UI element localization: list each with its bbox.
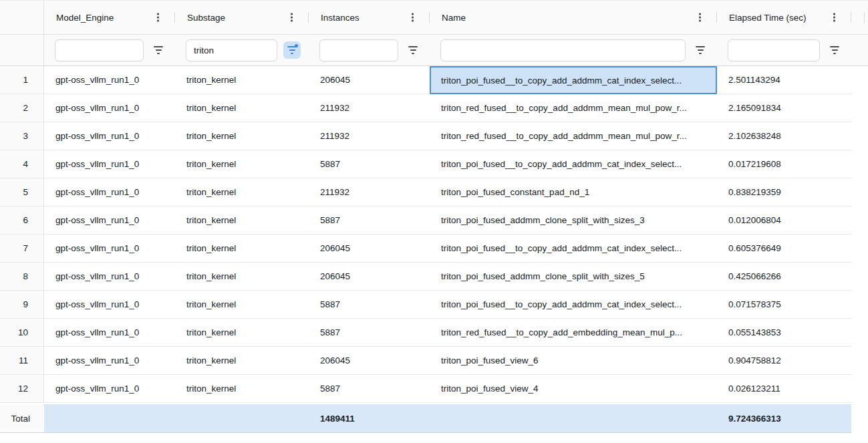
model-engine-cell[interactable]: gpt-oss_vllm_run1_0 xyxy=(44,263,175,291)
substage-cell[interactable]: triton_kernel xyxy=(175,347,309,375)
elapsed-time-cell[interactable]: 2.165091834 xyxy=(717,94,851,122)
substage-cell[interactable]: triton_kernel xyxy=(175,94,309,122)
substage-cell[interactable]: triton_kernel xyxy=(175,291,309,319)
row-gutter xyxy=(851,206,868,235)
elapsed-time-cell[interactable]: 0.026123211 xyxy=(717,375,851,403)
model-engine-cell[interactable]: gpt-oss_vllm_run1_0 xyxy=(44,94,175,122)
table-row[interactable]: 12 gpt-oss_vllm_run1_0 triton_kernel 588… xyxy=(0,375,868,403)
substage-cell[interactable]: triton_kernel xyxy=(175,178,309,206)
column-header-substage[interactable]: Substage xyxy=(175,1,309,34)
name-cell[interactable]: triton_red_fused__to_copy_add_embedding_… xyxy=(430,319,717,347)
elapsed-time-cell[interactable]: 0.605376649 xyxy=(717,235,851,263)
column-header-model-engine[interactable]: Model_Engine xyxy=(44,1,175,34)
table-row[interactable]: 7 gpt-oss_vllm_run1_0 triton_kernel 2060… xyxy=(0,235,868,263)
row-gutter xyxy=(851,66,868,94)
substage-cell[interactable]: triton_kernel xyxy=(175,206,309,235)
table-row[interactable]: 1 gpt-oss_vllm_run1_0 triton_kernel 2060… xyxy=(0,66,868,94)
column-header-elapsed-time[interactable]: Elapsed Time (sec) xyxy=(717,1,851,34)
instances-cell[interactable]: 5887 xyxy=(309,291,430,319)
substage-cell[interactable]: triton_kernel xyxy=(175,263,309,291)
model-engine-cell[interactable]: gpt-oss_vllm_run1_0 xyxy=(44,178,175,206)
table-row[interactable]: 5 gpt-oss_vllm_run1_0 triton_kernel 2119… xyxy=(0,178,868,206)
column-label: Instances xyxy=(321,13,359,23)
substage-filter-input[interactable] xyxy=(186,39,277,61)
filter-funnel-icon[interactable] xyxy=(826,41,843,59)
model-engine-cell[interactable]: gpt-oss_vllm_run1_0 xyxy=(44,122,175,150)
table-row[interactable]: 6 gpt-oss_vllm_run1_0 triton_kernel 5887… xyxy=(0,206,868,235)
column-menu-icon[interactable] xyxy=(409,11,416,25)
column-header-instances[interactable]: Instances xyxy=(309,1,430,34)
elapsed-time-cell[interactable]: 0.012006804 xyxy=(717,206,851,235)
instances-cell[interactable]: 5887 xyxy=(309,319,430,347)
column-menu-icon[interactable] xyxy=(288,11,295,25)
instances-cell[interactable]: 211932 xyxy=(309,122,430,150)
table-row[interactable]: 8 gpt-oss_vllm_run1_0 triton_kernel 2060… xyxy=(0,263,868,291)
elapsed-time-cell[interactable]: 0.904758812 xyxy=(717,347,851,375)
column-label: Substage xyxy=(187,13,225,23)
table-row[interactable]: 4 gpt-oss_vllm_run1_0 triton_kernel 5887… xyxy=(0,150,868,178)
column-menu-icon[interactable] xyxy=(831,11,838,25)
instances-cell[interactable]: 206045 xyxy=(309,263,430,291)
table-row[interactable]: 3 gpt-oss_vllm_run1_0 triton_kernel 2119… xyxy=(0,122,868,150)
substage-cell[interactable]: triton_kernel xyxy=(175,375,309,403)
name-cell[interactable]: triton_poi_fused_view_4 xyxy=(430,375,717,403)
instances-cell[interactable]: 5887 xyxy=(309,206,430,235)
instances-filter-input[interactable] xyxy=(319,39,398,61)
substage-cell[interactable]: triton_kernel xyxy=(175,66,309,94)
filter-funnel-icon[interactable] xyxy=(150,41,167,59)
filter-funnel-icon[interactable] xyxy=(404,41,422,59)
elapsed-time-cell[interactable]: 0.838219359 xyxy=(717,178,851,206)
elapsed-time-cell[interactable]: 2.102638248 xyxy=(717,122,851,150)
instances-cell[interactable]: 206045 xyxy=(309,347,430,375)
elapsed-time-cell[interactable]: 0.071578375 xyxy=(717,291,851,319)
substage-cell[interactable]: triton_kernel xyxy=(175,235,309,263)
instances-cell[interactable]: 5887 xyxy=(309,150,430,178)
substage-cell[interactable]: triton_kernel xyxy=(175,150,309,178)
filter-funnel-icon-active[interactable] xyxy=(283,41,301,59)
model-engine-cell[interactable]: gpt-oss_vllm_run1_0 xyxy=(44,291,175,319)
substage-cell[interactable]: triton_kernel xyxy=(175,319,309,347)
model-engine-cell[interactable]: gpt-oss_vllm_run1_0 xyxy=(44,347,175,375)
elapsed-time-filter-input[interactable] xyxy=(728,39,820,61)
instances-cell[interactable]: 206045 xyxy=(309,235,430,263)
name-cell[interactable]: triton_red_fused__to_copy_add_addmm_mean… xyxy=(430,94,717,122)
model-engine-filter-input[interactable] xyxy=(55,39,144,61)
column-menu-icon[interactable] xyxy=(154,11,162,25)
model-engine-cell[interactable]: gpt-oss_vllm_run1_0 xyxy=(44,66,175,94)
name-cell[interactable]: triton_red_fused__to_copy_add_addmm_mean… xyxy=(430,122,717,150)
filter-funnel-icon[interactable] xyxy=(692,41,709,59)
name-filter-input[interactable] xyxy=(440,39,686,61)
elapsed-time-cell[interactable]: 0.425066266 xyxy=(717,263,851,291)
name-cell[interactable]: triton_poi_fused_constant_pad_nd_1 xyxy=(430,178,717,206)
instances-cell[interactable]: 5887 xyxy=(309,375,430,403)
name-cell[interactable]: triton_poi_fused__to_copy_add_addmm_cat_… xyxy=(430,291,717,319)
table-row[interactable]: 9 gpt-oss_vllm_run1_0 triton_kernel 5887… xyxy=(0,291,868,319)
name-cell-selected[interactable]: triton_poi_fused__to_copy_add_addmm_cat_… xyxy=(430,66,717,94)
row-gutter xyxy=(851,375,868,403)
model-engine-cell[interactable]: gpt-oss_vllm_run1_0 xyxy=(44,235,175,263)
filter-cell-name xyxy=(430,35,717,65)
name-cell[interactable]: triton_poi_fused_addmm_clone_split_with_… xyxy=(430,206,717,235)
column-header-name[interactable]: Name xyxy=(430,1,717,34)
model-engine-cell[interactable]: gpt-oss_vllm_run1_0 xyxy=(44,150,175,178)
name-cell[interactable]: triton_poi_fused__to_copy_add_addmm_cat_… xyxy=(430,235,717,263)
elapsed-time-cell[interactable]: 0.055143853 xyxy=(717,319,851,347)
row-number: 10 xyxy=(0,319,44,347)
table-row[interactable]: 11 gpt-oss_vllm_run1_0 triton_kernel 206… xyxy=(0,347,868,375)
model-engine-cell[interactable]: gpt-oss_vllm_run1_0 xyxy=(44,375,175,403)
elapsed-time-cell[interactable]: 0.017219608 xyxy=(717,150,851,178)
table-row[interactable]: 2 gpt-oss_vllm_run1_0 triton_kernel 2119… xyxy=(0,94,868,122)
elapsed-time-cell[interactable]: 2.501143294 xyxy=(717,66,851,94)
name-cell[interactable]: triton_poi_fused_view_6 xyxy=(430,347,717,375)
instances-cell[interactable]: 206045 xyxy=(309,66,430,94)
table-row[interactable]: 10 gpt-oss_vllm_run1_0 triton_kernel 588… xyxy=(0,319,868,347)
substage-cell[interactable]: triton_kernel xyxy=(175,122,309,150)
column-menu-icon[interactable] xyxy=(696,11,704,25)
instances-cell[interactable]: 211932 xyxy=(309,94,430,122)
name-cell[interactable]: triton_poi_fused__to_copy_add_addmm_cat_… xyxy=(430,150,717,178)
name-cell[interactable]: triton_poi_fused_addmm_clone_split_with_… xyxy=(430,263,717,291)
instances-cell[interactable]: 211932 xyxy=(309,178,430,206)
row-gutter xyxy=(851,347,868,375)
model-engine-cell[interactable]: gpt-oss_vllm_run1_0 xyxy=(44,206,175,235)
model-engine-cell[interactable]: gpt-oss_vllm_run1_0 xyxy=(44,319,175,347)
